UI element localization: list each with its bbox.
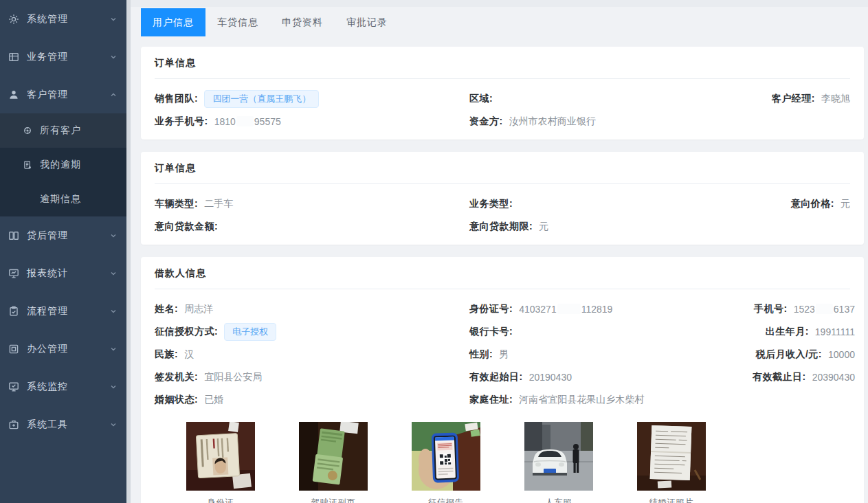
license-booklet-photo-thumbnail [299, 422, 368, 491]
office-icon [8, 344, 19, 355]
bank-card-field: 银行卡号: [469, 320, 753, 343]
photo-caption: 人车照 [524, 497, 593, 503]
wheel-icon [23, 126, 32, 135]
id-number-field: 身份证号: 4103271112819 [469, 298, 753, 320]
topbar-edge [131, 0, 868, 7]
censored-digits [816, 304, 833, 314]
chevron-down-icon [110, 270, 117, 277]
field-grid: 销售团队: 四团一营（直属王鹏飞） 区域: 客户经理: 李晓旭 业务手机号: 1… [155, 79, 850, 139]
sidebar-item-label: 客户管理 [27, 89, 110, 101]
chart-monitor-icon [8, 268, 19, 279]
gender-field: 性别: 男 [469, 343, 753, 366]
chevron-down-icon [110, 346, 117, 353]
chevron-down-icon [110, 308, 117, 315]
sales-team-field: 销售团队: 四团一营（直属王鹏飞） [155, 87, 469, 110]
sidebar-item-customer-mgmt[interactable]: 客户管理 [0, 76, 126, 113]
person-car-photo-thumbnail [524, 422, 593, 491]
biz-phone-field: 业务手机号: 181095575 [155, 110, 469, 133]
chevron-up-icon [110, 91, 117, 98]
credit-qr-phone-photo[interactable]: 征信报告 [412, 422, 480, 503]
sales-team-tag[interactable]: 四团一营（直属王鹏飞） [204, 90, 319, 108]
cards-container: 订单信息 销售团队: 四团一营（直属王鹏飞） 区域: 客户经理: 李晓旭 [131, 36, 868, 503]
intent-price-field: 意向价格: 元 [753, 192, 850, 215]
valid-to-field: 有效截止日: 20390430 [753, 366, 855, 388]
user-icon [8, 89, 19, 100]
main-content: 用户信息 车贷信息 申贷资料 审批记录 订单信息 销售团队: 四团一营（直属王鹏… [131, 0, 868, 503]
credit-auth-tag[interactable]: 电子授权 [224, 323, 276, 341]
sidebar-item-label: 逾期信息 [40, 193, 81, 205]
handwritten-doc-photo-thumbnail [637, 422, 706, 491]
censored-digits [236, 116, 254, 126]
tab-user-info[interactable]: 用户信息 [141, 8, 205, 36]
sidebar-item-business-mgmt[interactable]: 业务管理 [0, 38, 126, 76]
photo-caption: 身份证 [186, 497, 255, 503]
borrower-info-card: 借款人信息 姓名: 周志洋 身份证号: 4103271112819 手机号: 1… [141, 257, 864, 503]
detail-tabs: 用户信息 车贷信息 申贷资料 审批记录 [141, 8, 868, 36]
field-grid: 车辆类型: 二手车 业务类型: 意向价格: 元 意向贷款金额: [155, 184, 850, 245]
card-title: 订单信息 [155, 152, 850, 184]
card-title: 订单信息 [155, 47, 850, 79]
order-info-card-1: 订单信息 销售团队: 四团一营（直属王鹏飞） 区域: 客户经理: 李晓旭 [141, 47, 864, 139]
id-card-photo[interactable]: 身份证 [186, 422, 255, 503]
sidebar-item-label: 所有客户 [40, 124, 81, 137]
handwritten-doc-photo[interactable]: 结婚证照片 [637, 422, 706, 503]
ethnic-field: 民族: 汉 [155, 343, 469, 366]
sidebar-item-my-overdue[interactable]: 我的逾期 [0, 148, 126, 182]
order-info-card-2: 订单信息 车辆类型: 二手车 业务类型: 意向价格: 元 [141, 152, 864, 245]
chevron-down-icon [110, 421, 117, 428]
sidebar-item-postloan-mgmt[interactable]: 贷后管理 [0, 216, 126, 254]
sidebar-item-system-tools[interactable]: 系统工具 [0, 405, 126, 443]
chevron-down-icon [110, 16, 117, 23]
tab-car-loan-info[interactable]: 车贷信息 [205, 8, 270, 36]
sidebar-item-label: 系统工具 [27, 418, 110, 431]
sidebar-item-overdue-info[interactable]: 逾期信息 [0, 182, 126, 216]
loan-amount-field: 意向贷款金额: [155, 215, 469, 238]
clipboard-icon [8, 306, 19, 317]
sidebar-item-label: 流程管理 [27, 305, 110, 317]
license-booklet-photo[interactable]: 驾驶证副页 [299, 422, 368, 503]
sidebar-item-all-customers[interactable]: 所有客户 [0, 113, 126, 148]
gear-icon [8, 14, 19, 25]
sidebar-item-label: 系统监控 [27, 381, 110, 393]
chevron-down-icon [110, 383, 117, 390]
grid-icon [8, 52, 19, 63]
chevron-down-icon [110, 54, 117, 60]
field-grid: 姓名: 周志洋 身份证号: 4103271112819 手机号: 1523613… [155, 289, 850, 418]
loan-term-field: 意向贷款期限: 元 [469, 215, 753, 238]
sidebar-item-label: 我的逾期 [40, 159, 81, 171]
notebook-icon [23, 160, 32, 170]
borrower-photos: 身份证 [186, 422, 850, 503]
sidebar-item-process-mgmt[interactable]: 流程管理 [0, 292, 126, 330]
monitor-check-icon [8, 381, 19, 392]
sidebar-item-label: 系统管理 [27, 13, 110, 25]
birth-field: 出生年月: 19911111 [753, 320, 855, 343]
name-field: 姓名: 周志洋 [155, 298, 469, 320]
tab-approval-records[interactable]: 审批记录 [335, 8, 399, 36]
tab-loan-application-docs[interactable]: 申贷资料 [270, 8, 335, 36]
issuer-field: 签发机关: 宜阳县公安局 [155, 366, 469, 388]
photo-caption: 征信报告 [412, 497, 480, 503]
sidebar-item-report-stats[interactable]: 报表统计 [0, 254, 126, 292]
book-icon [8, 230, 19, 241]
phone-field: 手机号: 15236137 [753, 298, 855, 320]
sidebar-item-label: 办公管理 [27, 343, 110, 355]
toolbox-icon [8, 419, 19, 430]
person-car-photo[interactable]: 人车照 [524, 422, 593, 503]
customer-mgmt-submenu: 所有客户 我的逾期 逾期信息 [0, 113, 126, 216]
sidebar-item-office-mgmt[interactable]: 办公管理 [0, 330, 126, 368]
photo-caption: 结婚证照片 [637, 497, 706, 503]
manager-field: 客户经理: 李晓旭 [753, 87, 850, 110]
income-field: 税后月收入/元: 10000 [753, 343, 855, 366]
address-field: 家庭住址: 河南省宜阳县花果山乡木柴村 [469, 388, 753, 411]
sidebar-item-system-monitor[interactable]: 系统监控 [0, 368, 126, 405]
customer-detail-page: 系统管理 业务管理 客户管理 所有客户 [0, 0, 868, 503]
valid-from-field: 有效起始日: 20190430 [469, 366, 753, 388]
sidebar-item-system-mgmt[interactable]: 系统管理 [0, 0, 126, 38]
credit-qr-phone-photo-thumbnail [412, 422, 480, 491]
chevron-down-icon [110, 232, 117, 239]
censored-digits [557, 304, 581, 314]
credit-auth-field: 征信授权方式: 电子授权 [155, 320, 469, 343]
sidebar: 系统管理 业务管理 客户管理 所有客户 [0, 0, 126, 503]
id-card-photo-thumbnail [186, 422, 255, 491]
sidebar-item-label: 报表统计 [27, 267, 110, 280]
